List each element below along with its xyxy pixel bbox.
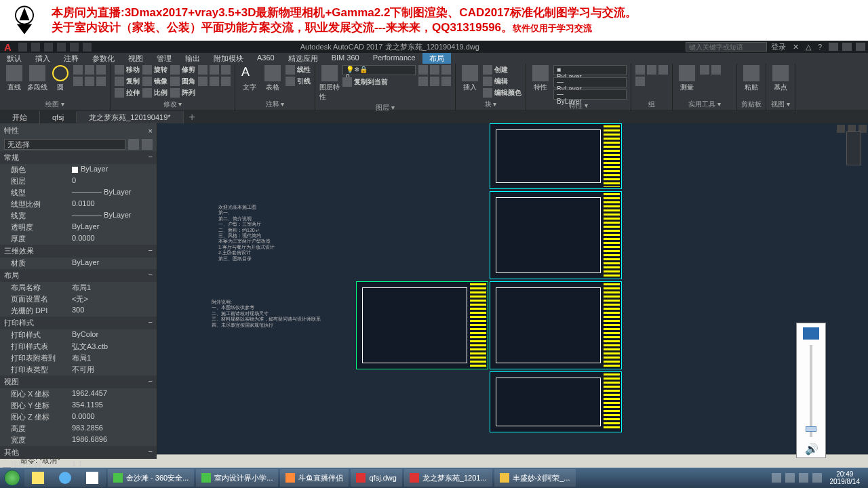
close-icon[interactable] — [856, 43, 865, 51]
tab-manage[interactable]: 管理 — [150, 53, 178, 64]
section-view[interactable]: 视图− — [0, 375, 157, 388]
tab-insert[interactable]: 插入 — [28, 53, 57, 64]
login-label[interactable]: 登录 — [771, 42, 786, 52]
qat-save-icon[interactable] — [44, 43, 53, 52]
a360-icon[interactable]: △ — [806, 43, 811, 52]
qat-open-icon[interactable] — [31, 43, 40, 52]
paste-button[interactable]: 粘贴 — [741, 65, 762, 92]
quickselect-icon[interactable] — [128, 139, 139, 150]
tab-bim360[interactable]: BIM 360 — [325, 53, 366, 64]
app-logo[interactable]: A — [0, 41, 16, 53]
tray-volume-icon[interactable] — [812, 473, 822, 483]
tab-addins[interactable]: 附加模块 — [207, 53, 250, 64]
task-item[interactable]: 丰盛妙-刘阿荣_... — [494, 469, 576, 487]
copy-button[interactable]: 复制 — [115, 77, 140, 86]
create-block-button[interactable]: 创建 — [483, 65, 521, 75]
tab-featured[interactable]: 精选应用 — [281, 53, 325, 64]
view-cube[interactable] — [846, 131, 861, 165]
pin-explorer[interactable] — [24, 469, 52, 487]
task-item[interactable]: qfsj.dwg — [351, 469, 401, 487]
color-combo[interactable]: ■ ByLayer — [553, 65, 627, 75]
maximize-icon[interactable] — [842, 43, 852, 51]
help-search-input[interactable] — [686, 42, 767, 52]
array-button[interactable]: 阵列 — [170, 88, 195, 98]
taskbar-clock[interactable]: 20:492019/8/14 — [826, 470, 865, 485]
tab-performance[interactable]: Performance — [366, 53, 422, 64]
tab-a360[interactable]: A360 — [250, 53, 281, 64]
rotate-button[interactable]: 旋转 — [142, 65, 167, 75]
table-icon — [264, 65, 281, 81]
qat-print-icon[interactable] — [57, 43, 66, 52]
line-button[interactable]: 直线 — [4, 65, 24, 92]
tray-flag-icon[interactable] — [785, 473, 795, 483]
tab-output[interactable]: 输出 — [178, 53, 207, 64]
exchange-icon[interactable]: ✕ — [793, 43, 799, 52]
pin-browser[interactable] — [52, 469, 79, 487]
filetab-current[interactable]: 龙之梦东苑_120190419* — [77, 111, 183, 124]
mirror-button[interactable]: 镜像 — [142, 77, 167, 86]
tray-network-icon[interactable] — [799, 473, 808, 483]
stretch-button[interactable]: 拉伸 — [115, 88, 140, 98]
qat-new-icon[interactable] — [18, 43, 27, 52]
tab-parametric[interactable]: 参数化 — [85, 53, 121, 64]
start-button[interactable] — [0, 468, 24, 488]
tab-layout[interactable]: 布局 — [422, 53, 451, 64]
edit-color-button[interactable]: 编辑颜色 — [483, 88, 521, 98]
edit-block-button[interactable]: 编辑 — [483, 77, 521, 86]
help-icon[interactable]: ? — [818, 43, 822, 51]
text-button[interactable]: A文字 — [239, 65, 260, 92]
selection-combo[interactable] — [4, 139, 125, 150]
circle-button[interactable]: 圆 — [50, 65, 71, 92]
section-3d[interactable]: 三维效果− — [0, 245, 157, 258]
task-item[interactable]: 龙之梦东苑_1201... — [404, 469, 492, 487]
trim-button[interactable]: 修剪 — [170, 65, 195, 75]
minimize-icon[interactable] — [829, 43, 838, 51]
add-filetab-button[interactable]: + — [184, 110, 201, 125]
ltype-combo[interactable]: — ByLayer — [553, 89, 627, 100]
layer-combo[interactable]: 💡❄🔒 0 — [342, 65, 416, 75]
tab-view[interactable]: 视图 — [121, 53, 150, 64]
layerprops-button[interactable]: 图层特性 — [319, 65, 340, 102]
pin-qq[interactable] — [79, 469, 106, 487]
panel-draw: 直线 多段线 圆 绘图 ▾ — [0, 64, 111, 110]
props-close-icon[interactable]: × — [149, 127, 153, 135]
props-button[interactable]: 特性 — [530, 65, 551, 92]
section-general[interactable]: 常规− — [0, 151, 157, 164]
selectobj-icon[interactable] — [142, 139, 153, 150]
speaker-icon[interactable]: 🔊 — [805, 443, 817, 453]
tab-annotate[interactable]: 注释 — [57, 53, 85, 64]
section-plot[interactable]: 打印样式− — [0, 317, 157, 329]
main-area: 特性× 常规− 颜色ByLayer 图层0 线型———— ByLayer 线型比… — [0, 123, 868, 454]
leader-button[interactable]: 引线 — [285, 77, 311, 86]
qat-redo-icon[interactable] — [83, 43, 92, 52]
volume-thumb[interactable] — [806, 426, 816, 432]
qat-undo-icon[interactable] — [70, 43, 79, 52]
filetab-start[interactable]: 开始 — [0, 111, 40, 124]
drawing-canvas[interactable]: 欢迎光临本施工图第一、第二、简介说明一、户型：三室两厅二、面积：约120㎡三、风… — [157, 123, 868, 454]
tray-up-icon[interactable] — [772, 473, 781, 483]
volume-popup[interactable]: 🔊 — [796, 323, 826, 458]
task-item[interactable]: 金沙滩 - 360安全... — [108, 469, 194, 487]
section-layout[interactable]: 布局− — [0, 269, 157, 282]
windows-logo-icon — [4, 470, 20, 486]
linear-dim-button[interactable]: 线性 — [285, 65, 311, 75]
task-item[interactable]: 室内设计界小学... — [196, 469, 278, 487]
title-bar: A Autodesk AutoCAD 2017 龙之梦东苑_120190419.… — [0, 41, 868, 53]
text-icon: A — [241, 65, 258, 81]
scale-button[interactable]: 比例 — [142, 88, 167, 98]
filetab-qfsj[interactable]: qfsj — [40, 112, 77, 123]
insert-button[interactable]: 插入 — [460, 65, 480, 92]
task-item[interactable]: 斗鱼直播伴侣 — [280, 469, 349, 487]
polyline-button[interactable]: 多段线 — [27, 65, 47, 92]
panel-clipboard-label: 剪贴板 — [741, 98, 762, 109]
move-button[interactable]: 移动 — [115, 65, 140, 75]
match-layer-button[interactable]: 复制到当前 — [342, 77, 416, 87]
table-button[interactable]: 表格 — [262, 65, 283, 92]
lweight-combo[interactable]: — ByLayer — [553, 77, 627, 87]
basepoint-button[interactable]: 基点 — [770, 65, 791, 92]
fillet-button[interactable]: 圆角 — [170, 77, 195, 86]
measure-button[interactable]: 测量 — [677, 65, 697, 92]
tab-default[interactable]: 默认 — [0, 53, 28, 64]
volume-device-icon — [803, 327, 819, 340]
volume-slider[interactable] — [810, 345, 812, 437]
